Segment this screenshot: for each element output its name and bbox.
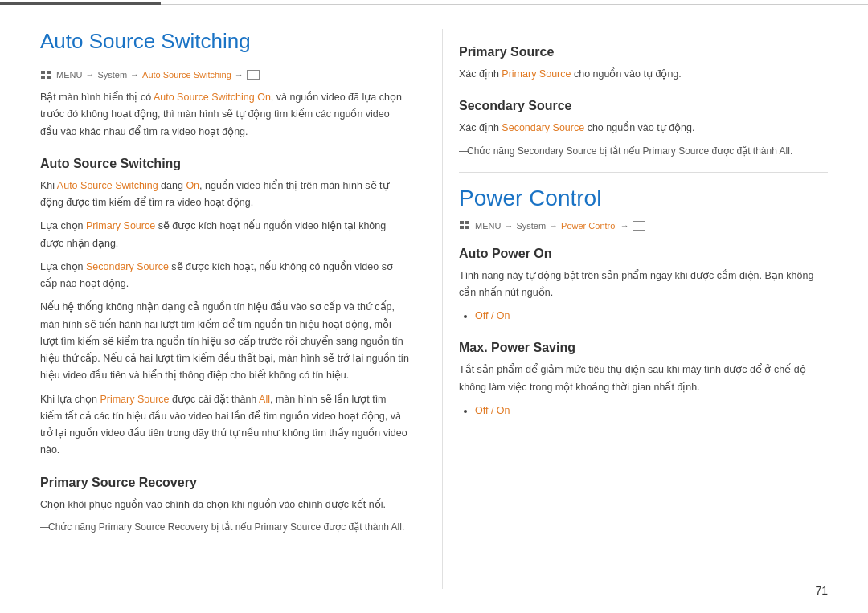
auto-source-para2: Lựa chọn Primary Source sẽ được kích hoạ… bbox=[40, 218, 410, 252]
page-container: Auto Source Switching MENU → System → Au… bbox=[0, 0, 868, 613]
menu-path-left: MENU → System → Auto Source Switching → bbox=[40, 70, 410, 80]
max-power-saving-title: Max. Power Saving bbox=[459, 341, 828, 355]
inline-all1: All bbox=[259, 394, 270, 405]
inline-secondary-source: Secondary Source bbox=[502, 122, 584, 133]
intro-text: Bật màn hình hiển thị có Auto Source Swi… bbox=[40, 89, 410, 141]
svg-rect-6 bbox=[460, 226, 464, 229]
inline-all2: All bbox=[391, 521, 402, 533]
max-power-saving-list: Off / On bbox=[475, 403, 828, 419]
primary-source-title: Primary Source bbox=[459, 45, 828, 59]
inline-primary-source: Primary Source bbox=[502, 68, 571, 80]
grid-icon-2 bbox=[459, 221, 471, 231]
svg-rect-5 bbox=[465, 221, 469, 224]
auto-power-on-text: Tính năng này tự động bật trên sản phẩm … bbox=[459, 268, 828, 302]
divider bbox=[459, 172, 828, 173]
left-column: Auto Source Switching MENU → System → Au… bbox=[40, 29, 410, 589]
power-control-title: Power Control bbox=[459, 186, 828, 211]
page-number: 71 bbox=[815, 584, 828, 597]
menu-item-menu: MENU bbox=[56, 70, 82, 80]
menu-item-power-control: Power Control bbox=[561, 221, 617, 231]
auto-source-para3: Lựa chọn Secondary Source sẽ được kích h… bbox=[40, 259, 410, 293]
menu-end-icon-2 bbox=[633, 221, 645, 231]
inline-secondary1: Secondary Source bbox=[86, 261, 169, 272]
inline-on: On bbox=[186, 180, 199, 191]
svg-rect-3 bbox=[47, 76, 51, 79]
menu-item-menu2: MENU bbox=[475, 221, 501, 231]
inline-ps-note2: Primary Source bbox=[642, 145, 709, 157]
inline-psr: Primary Source Recovery bbox=[99, 521, 209, 533]
auto-source-para4: Nếu hệ thống không nhận dạng cả nguồn tí… bbox=[40, 299, 410, 384]
inline-auto-source-switching: Auto Source Switching On bbox=[154, 92, 271, 103]
auto-source-para1: Khi Auto Source Switching đang On, nguồn… bbox=[40, 178, 410, 212]
inline-ps-note: Primary Source bbox=[254, 521, 321, 533]
auto-power-on-list: Off / On bbox=[475, 308, 828, 325]
auto-source-para5: Khi lựa chọn Primary Source được cài đặt… bbox=[40, 391, 410, 460]
right-column: Primary Source Xác định Primary Source c… bbox=[442, 29, 828, 589]
menu-item-system: System bbox=[97, 70, 127, 80]
menu-end-icon bbox=[247, 70, 260, 80]
secondary-source-note: Chức năng Secondary Source bị tắt nếu Pr… bbox=[459, 144, 828, 159]
inline-primary2: Primary Source bbox=[100, 394, 169, 405]
max-power-saving-text: Tắt sản phẩm để giảm mức tiêu thụ điện s… bbox=[459, 362, 828, 396]
grid-icon bbox=[40, 70, 52, 80]
svg-rect-7 bbox=[465, 226, 469, 229]
menu-item-system2: System bbox=[516, 221, 546, 231]
inline-primary1: Primary Source bbox=[86, 220, 155, 231]
inline-all3: All bbox=[780, 145, 790, 157]
main-title: Auto Source Switching bbox=[40, 29, 410, 54]
secondary-source-text: Xác định Secondary Source cho nguồn vào … bbox=[459, 120, 828, 137]
max-power-saving-bullet: Off / On bbox=[475, 403, 828, 419]
auto-power-on-title: Auto Power On bbox=[459, 247, 828, 261]
inline-auto-source: Auto Source Switching bbox=[57, 180, 158, 191]
svg-rect-4 bbox=[460, 221, 464, 224]
primary-source-recovery-text: Chọn khôi phục nguồn vào chính đã chọn k… bbox=[40, 497, 410, 513]
primary-source-recovery-note: Chức năng Primary Source Recovery bị tắt… bbox=[40, 520, 410, 535]
primary-source-recovery-title: Primary Source Recovery bbox=[40, 476, 410, 490]
max-power-saving-bullet-text: Off / On bbox=[475, 405, 510, 416]
svg-rect-1 bbox=[47, 71, 51, 74]
content-area: Auto Source Switching MENU → System → Au… bbox=[0, 5, 868, 613]
auto-power-on-bullet-text: Off / On bbox=[475, 310, 510, 321]
menu-item-auto-source: Auto Source Switching bbox=[142, 70, 231, 80]
menu-path-power: MENU → System → Power Control → bbox=[459, 221, 828, 231]
svg-rect-0 bbox=[41, 71, 45, 74]
primary-source-text: Xác định Primary Source cho nguồn vào tự… bbox=[459, 66, 828, 83]
section-auto-source-title: Auto Source Switching bbox=[40, 157, 410, 171]
inline-ss-note: Secondary Source bbox=[518, 145, 597, 157]
svg-rect-2 bbox=[41, 76, 45, 79]
secondary-source-title: Secondary Source bbox=[459, 99, 828, 113]
auto-power-on-bullet: Off / On bbox=[475, 308, 828, 325]
